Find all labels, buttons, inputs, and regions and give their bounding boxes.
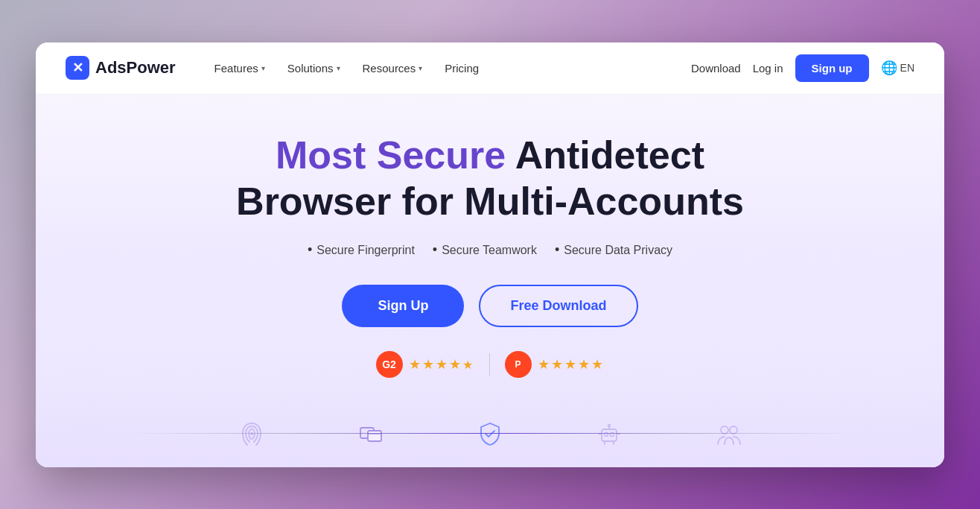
svg-point-6: [611, 432, 614, 436]
svg-point-14: [730, 426, 737, 434]
robot-icon: [593, 417, 626, 450]
nav-download-link[interactable]: Download: [691, 62, 741, 75]
shield-icon-item: [430, 417, 550, 450]
nav-resources[interactable]: Resources ▾: [354, 56, 432, 80]
hero-section: Most Secure Antidetect Browser for Multi…: [36, 95, 944, 467]
hero-title: Most Secure Antidetect Browser for Multi…: [229, 132, 751, 225]
svg-point-5: [605, 432, 608, 436]
nav-solutions[interactable]: Solutions ▾: [279, 56, 349, 80]
logo[interactable]: ✕ AdsPower: [66, 56, 176, 80]
team-icon: [712, 417, 745, 450]
hero-download-button[interactable]: Free Download: [479, 285, 637, 327]
lang-selector[interactable]: 🌐 EN: [881, 60, 914, 76]
g2-stars: ★★★★★: [409, 356, 474, 373]
producthunt-rating: P ★★★★★: [505, 351, 605, 378]
g2-badge: G2: [376, 351, 403, 378]
bottom-icons: [36, 400, 944, 467]
shield-check-icon: [474, 417, 506, 450]
svg-point-0: [250, 432, 253, 435]
features-chevron-icon: ▾: [261, 64, 265, 72]
hero-title-highlight: Most Secure: [276, 133, 506, 177]
svg-point-13: [721, 426, 728, 434]
fingerprint-icon-item: [192, 417, 311, 450]
hero-signup-button[interactable]: Sign Up: [342, 285, 464, 327]
nav-signup-button[interactable]: Sign up: [795, 54, 869, 82]
feature-privacy: • Secure Data Privacy: [555, 242, 672, 258]
lang-text: EN: [900, 62, 914, 74]
hero-buttons: Sign Up Free Download: [342, 285, 637, 327]
browser-window: ✕ AdsPower Features ▾ Solutions ▾ Resour…: [36, 42, 944, 467]
hero-features: • Secure Fingerprint • Secure Teamwork •…: [308, 242, 672, 258]
feature-teamwork: • Secure Teamwork: [433, 242, 537, 258]
robot-icon-item: [550, 417, 669, 450]
nav-login-link[interactable]: Log in: [753, 62, 783, 75]
svg-rect-2: [368, 431, 381, 441]
multi-window-icon: [354, 417, 387, 450]
team-icon-item: [669, 417, 788, 450]
logo-icon: ✕: [66, 56, 89, 80]
producthunt-badge: P: [505, 351, 532, 378]
nav-links: Features ▾ Solutions ▾ Resources ▾ Prici…: [206, 56, 691, 80]
producthunt-stars: ★★★★★: [538, 356, 605, 373]
resources-chevron-icon: ▾: [419, 64, 422, 72]
multi-window-icon-item: [311, 417, 430, 450]
ratings-row: G2 ★★★★★ P ★★★★★: [376, 351, 605, 378]
nav-features[interactable]: Features ▾: [206, 56, 274, 80]
navbar: ✕ AdsPower Features ▾ Solutions ▾ Resour…: [36, 42, 944, 95]
fingerprint-icon: [235, 417, 268, 450]
nav-right: Download Log in Sign up 🌐 EN: [691, 54, 914, 82]
solutions-chevron-icon: ▾: [337, 64, 340, 72]
nav-pricing[interactable]: Pricing: [436, 56, 488, 80]
globe-icon: 🌐: [881, 60, 897, 76]
g2-rating: G2 ★★★★★: [376, 351, 474, 378]
ratings-divider: [489, 353, 490, 376]
svg-point-8: [608, 424, 611, 426]
feature-fingerprint: • Secure Fingerprint: [308, 242, 415, 258]
logo-text: AdsPower: [95, 58, 176, 78]
